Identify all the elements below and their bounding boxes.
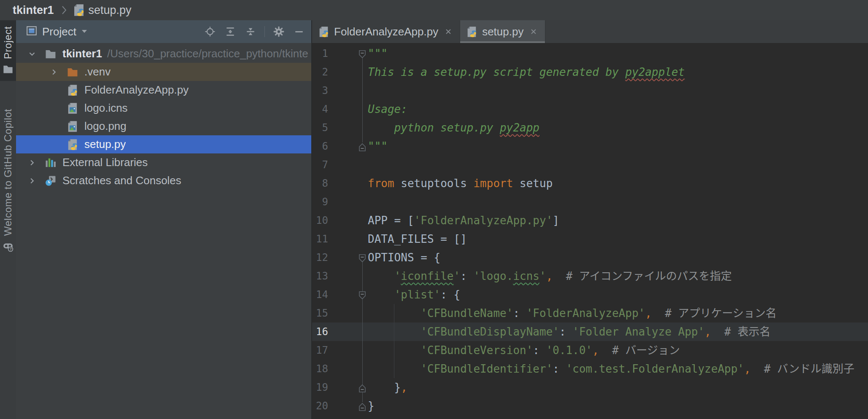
line-number[interactable]: 8 <box>312 174 328 193</box>
tree-item-logo-png[interactable]: logo.png <box>16 117 311 135</box>
stripe-project-button[interactable]: Project <box>0 20 16 81</box>
line-number[interactable]: 18 <box>312 360 328 378</box>
stripe-project-label: Project <box>2 26 14 59</box>
fold-end-marker[interactable] <box>358 142 367 154</box>
code-token: # 表示名 <box>711 325 771 338</box>
code-line-14: 'plist': { <box>368 285 460 304</box>
line-number[interactable]: 4 <box>312 100 328 118</box>
line-number[interactable]: 15 <box>312 304 328 322</box>
code-token: } <box>368 381 401 394</box>
line-number[interactable]: 1 <box>312 44 328 63</box>
line-number[interactable]: 12 <box>312 248 328 267</box>
code-token: ' <box>394 270 401 282</box>
line-number[interactable]: 16 <box>312 322 328 341</box>
fold-end-marker[interactable] <box>358 401 367 414</box>
fold-start-marker[interactable] <box>358 49 367 62</box>
breadcrumb-project[interactable]: tkinter1 <box>13 4 54 17</box>
line-number[interactable]: 3 <box>312 81 328 100</box>
line-number[interactable]: 6 <box>312 137 328 156</box>
code-line-8: from setuptools import setup <box>368 174 553 193</box>
code-token: 'FolderAnalyzeApp' <box>526 307 645 320</box>
line-number[interactable]: 10 <box>312 211 328 230</box>
code-token: py2applet <box>625 66 685 78</box>
line-number[interactable]: 20 <box>312 397 328 415</box>
chevron-down-icon[interactable] <box>28 50 45 58</box>
tree-item-venv[interactable]: .venv <box>16 63 311 81</box>
tree-item-folderanalyzeapp-py[interactable]: FolderAnalyzeApp.py <box>16 81 311 99</box>
folder-icon <box>3 64 13 76</box>
tab-label: FolderAnalyzeApp.py <box>334 25 438 38</box>
line-number[interactable]: 13 <box>312 267 328 285</box>
code-token: , <box>645 307 652 320</box>
line-number[interactable]: 11 <box>312 230 328 248</box>
code-line-5: python setup.py py2app <box>368 118 539 137</box>
line-number[interactable]: 7 <box>312 156 328 174</box>
code-line-11: DATA_FILES = [] <box>368 230 467 248</box>
line-number[interactable]: 19 <box>312 378 328 397</box>
code-token: setup <box>513 177 553 190</box>
code-editor[interactable]: 1"""2This is a setup.py script generated… <box>312 43 868 419</box>
options-gear-button[interactable] <box>271 24 287 40</box>
caret-down-icon[interactable] <box>81 28 88 35</box>
python-file-icon <box>67 139 79 150</box>
fold-range-line <box>362 57 363 142</box>
tool-window-stripe: Project Welcome to GitHub Copilot ? <box>0 20 16 419</box>
collapse-all-button[interactable] <box>243 24 259 40</box>
chevron-right-icon[interactable] <box>50 68 67 76</box>
tree-item-tkinter1[interactable]: tkinter1/Users/30_practice/practice_pyth… <box>16 45 311 63</box>
editor-area: FolderAnalyzeApp.py setup.py 1"""2This i… <box>311 20 868 419</box>
line-number[interactable]: 2 <box>312 63 328 81</box>
breadcrumb-chevron-icon <box>60 5 68 16</box>
tree-item-setup-py[interactable]: setup.py <box>16 135 311 153</box>
tree-item-scratches-and-consoles[interactable]: Scratches and Consoles <box>16 172 311 190</box>
select-opened-file-button[interactable] <box>202 24 218 40</box>
folder-icon <box>45 48 57 59</box>
project-panel-header: Project <box>16 20 311 43</box>
code-token: """ <box>368 47 388 60</box>
chevron-right-icon[interactable] <box>28 158 45 167</box>
code-token: , <box>546 270 553 282</box>
code-token: # アプリケーション名 <box>652 307 776 320</box>
fold-end-marker[interactable] <box>358 383 367 395</box>
code-token: , <box>592 344 599 357</box>
tree-item-label: logo.icns <box>84 102 128 115</box>
line-number[interactable]: 17 <box>312 341 328 360</box>
editor-tab-setup-py[interactable]: setup.py <box>460 20 545 43</box>
fold-start-marker[interactable] <box>358 290 367 303</box>
code-line-19: }, <box>368 378 407 397</box>
code-token: : <box>460 270 473 282</box>
code-token: 'Folder Analyze App' <box>572 325 704 338</box>
breadcrumb-file[interactable]: setup.py <box>89 4 132 17</box>
stripe-copilot-button[interactable]: Welcome to GitHub Copilot ? <box>0 109 16 254</box>
editor-tab-folderanalyzeapp-py[interactable]: FolderAnalyzeApp.py <box>312 20 460 43</box>
code-token: : <box>553 363 566 375</box>
line-number[interactable]: 14 <box>312 285 328 304</box>
tree-item-label: FolderAnalyzeApp.py <box>84 83 189 97</box>
close-icon[interactable] <box>530 28 537 35</box>
code-token <box>368 307 421 320</box>
code-line-10: APP = ['FolderAnalyzeApp.py'] <box>368 211 559 230</box>
tree-item-label: logo.png <box>84 120 127 133</box>
code-token: 'CFBundleDisplayName' <box>421 325 559 338</box>
chevron-right-icon[interactable] <box>28 177 45 185</box>
line-number[interactable]: 5 <box>312 118 328 137</box>
hide-panel-button[interactable] <box>291 24 307 40</box>
tab-label: setup.py <box>482 25 523 38</box>
code-token: : <box>533 344 546 357</box>
tree-item-logo-icns[interactable]: logo.icns <box>16 99 311 117</box>
svg-text:?: ? <box>9 247 12 251</box>
code-line-4: Usage: <box>368 100 407 118</box>
code-token: # バンドル識別子 <box>751 363 855 375</box>
code-token: 'CFBundleName' <box>421 307 513 320</box>
code-token: """ <box>368 140 388 153</box>
code-token: '0.1.0' <box>546 344 593 357</box>
expand-all-button[interactable] <box>222 24 238 40</box>
fold-start-marker[interactable] <box>358 253 367 266</box>
close-icon[interactable] <box>445 28 452 35</box>
tree-item-external-libraries[interactable]: External Libraries <box>16 153 311 172</box>
tree-item-label: tkinter1/Users/30_practice/practice_pyth… <box>62 47 308 60</box>
code-token: : <box>513 307 526 320</box>
line-number[interactable]: 9 <box>312 193 328 211</box>
code-token: ' <box>454 270 461 282</box>
code-line-15: 'CFBundleName': 'FolderAnalyzeApp', # アプ… <box>368 304 776 322</box>
